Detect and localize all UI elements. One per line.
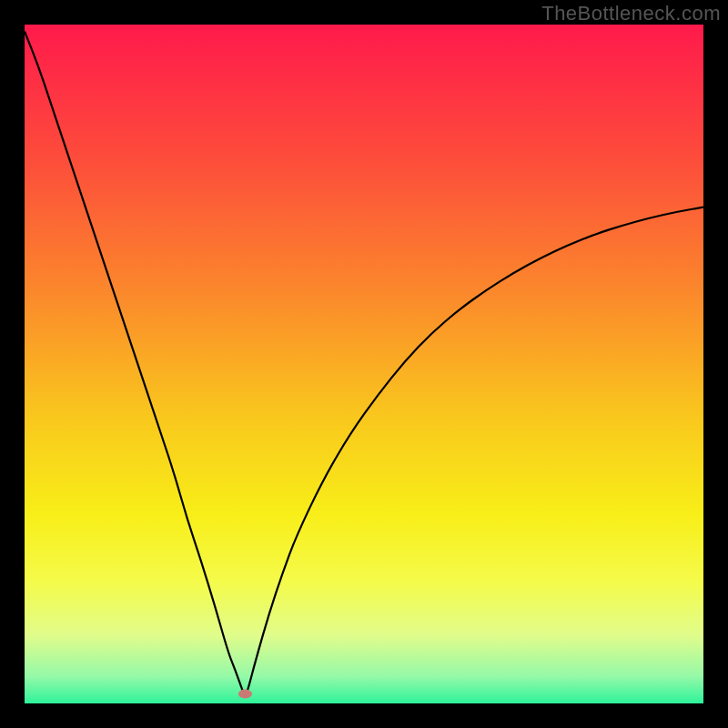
watermark-text: TheBottleneck.com (541, 2, 721, 25)
gradient-background (25, 25, 703, 703)
outer-frame: TheBottleneck.com (0, 0, 728, 728)
bottleneck-chart (25, 25, 703, 703)
plot-area (25, 25, 703, 703)
optimal-marker (238, 690, 252, 699)
